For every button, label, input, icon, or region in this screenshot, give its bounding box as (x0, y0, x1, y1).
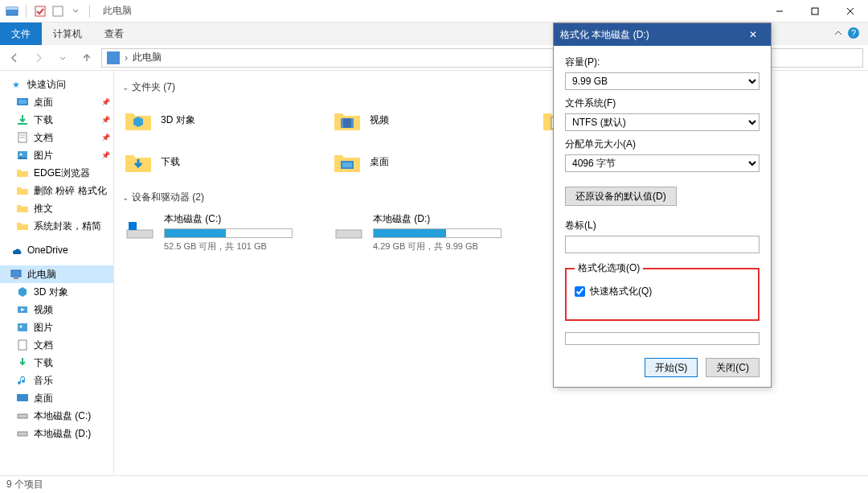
desktop-icon (16, 96, 29, 109)
drive-icon (333, 212, 365, 241)
sidebar-edge[interactable]: EDGE浏览器 (0, 164, 113, 182)
drive-c-usage-bar (164, 228, 293, 238)
svg-rect-34 (129, 222, 137, 230)
dialog-close-button[interactable]: ✕ (742, 29, 764, 40)
status-item-count: 9 个项目 (6, 478, 43, 491)
sidebar-tweet[interactable]: 推文 (0, 199, 113, 217)
close-button[interactable] (833, 0, 868, 23)
svg-rect-16 (11, 270, 21, 277)
sidebar-downloads2[interactable]: 下载 (0, 354, 113, 372)
svg-rect-33 (127, 230, 153, 238)
svg-rect-24 (18, 432, 27, 436)
help-icon[interactable]: ? (847, 27, 860, 42)
window-title: 此电脑 (103, 4, 132, 18)
location-icon (107, 51, 120, 64)
drive-c-label: 本地磁盘 (C:) (164, 212, 313, 226)
star-icon: ★ (10, 78, 23, 91)
svg-rect-5 (812, 8, 818, 14)
sidebar-desktop2[interactable]: 桌面 (0, 389, 113, 407)
qat-checkbox-icon[interactable] (33, 4, 47, 18)
qat-overflow-icon[interactable] (68, 4, 83, 18)
cube-folder-icon (124, 105, 153, 134)
nav-up-button[interactable] (77, 48, 96, 68)
sidebar-documents2[interactable]: 文档 (0, 336, 113, 354)
allocation-select[interactable]: 4096 字节 (565, 154, 760, 172)
pin-icon: 📌 (101, 134, 113, 142)
folder-downloads[interactable]: 下载 (122, 142, 315, 181)
nav-history-dropdown[interactable] (53, 48, 72, 68)
pin-icon: 📌 (101, 116, 113, 124)
drive-c[interactable]: 本地磁盘 (C:) 52.5 GB 可用，共 101 GB (122, 211, 315, 254)
svg-rect-9 (18, 100, 27, 104)
window-titlebar: 此电脑 (0, 0, 868, 23)
svg-rect-23 (18, 414, 27, 418)
svg-rect-21 (18, 340, 27, 350)
quick-format-checkbox[interactable] (575, 286, 585, 297)
pictures-icon (16, 321, 29, 334)
sidebar-drive-d[interactable]: 本地磁盘 (D:) (0, 425, 113, 442)
close-button[interactable]: 关闭(C) (706, 358, 760, 377)
sidebar-videos[interactable]: 视频 (0, 301, 113, 318)
folder-videos[interactable]: 视频 (331, 101, 524, 139)
caret-down-icon: ⌄ (122, 83, 129, 92)
sidebar-this-pc[interactable]: 此电脑 (0, 265, 113, 283)
pictures-icon (16, 149, 29, 162)
sidebar-documents[interactable]: 文档📌 (0, 129, 113, 146)
sidebar-onedrive[interactable]: OneDrive (0, 241, 113, 259)
folder-3d-objects[interactable]: 3D 对象 (122, 101, 315, 139)
capacity-label: 容量(P): (565, 55, 760, 69)
drive-c-usage-text: 52.5 GB 可用，共 101 GB (164, 240, 313, 253)
folder-icon (16, 202, 29, 215)
folder-icon (16, 166, 29, 179)
nav-back-button[interactable] (5, 48, 24, 68)
sidebar-desktop[interactable]: 桌面📌 (0, 93, 113, 111)
drive-icon (16, 409, 29, 422)
tab-computer[interactable]: 计算机 (42, 23, 93, 45)
sidebar-shred[interactable]: 删除 粉碎 格式化 (0, 182, 113, 199)
nav-forward-button[interactable] (29, 48, 48, 68)
ribbon-collapse-icon[interactable] (834, 28, 842, 39)
start-button[interactable]: 开始(S) (645, 358, 698, 377)
svg-rect-10 (18, 123, 27, 125)
format-dialog: 格式化 本地磁盘 (D:) ✕ 容量(P): 9.99 GB 文件系统(F) N… (553, 23, 772, 388)
sidebar: ★快速访问 桌面📌 下载📌 文档📌 图片📌 EDGE浏览器 删除 粉碎 格式化 … (0, 71, 114, 475)
svg-rect-2 (35, 6, 45, 16)
svg-text:?: ? (851, 28, 856, 38)
pin-icon: 📌 (101, 151, 113, 159)
drive-icon (124, 212, 156, 241)
desktop-folder-icon (333, 147, 362, 176)
sidebar-drive-c[interactable]: 本地磁盘 (C:) (0, 407, 113, 425)
svg-rect-19 (18, 323, 27, 331)
svg-rect-1 (6, 7, 18, 10)
breadcrumb-chevron-icon: › (125, 52, 128, 64)
dialog-titlebar[interactable]: 格式化 本地磁盘 (D:) ✕ (554, 23, 771, 46)
svg-rect-3 (53, 6, 63, 16)
sidebar-pictures2[interactable]: 图片 (0, 318, 113, 336)
tab-file[interactable]: 文件 (0, 23, 42, 45)
dialog-title: 格式化 本地磁盘 (D:) (560, 28, 649, 42)
volume-input[interactable] (565, 236, 760, 253)
cube-icon (16, 286, 29, 298)
sidebar-3d-objects[interactable]: 3D 对象 (0, 283, 113, 301)
sidebar-pictures[interactable]: 图片📌 (0, 146, 113, 164)
drive-d[interactable]: 本地磁盘 (D:) 4.29 GB 可用，共 9.99 GB (331, 211, 524, 254)
sidebar-downloads[interactable]: 下载📌 (0, 111, 113, 129)
format-progress-bar (565, 332, 760, 345)
document-icon (16, 131, 29, 144)
restore-defaults-button[interactable]: 还原设备的默认值(D) (565, 187, 677, 206)
folder-desktop[interactable]: 桌面 (331, 142, 524, 181)
svg-point-20 (20, 326, 23, 328)
status-bar: 9 个项目 (0, 475, 868, 493)
breadcrumb[interactable]: 此电脑 (133, 51, 162, 64)
sidebar-music[interactable]: 音乐 (0, 372, 113, 389)
filesystem-select[interactable]: NTFS (默认) (565, 113, 760, 131)
svg-rect-32 (342, 162, 352, 167)
sidebar-quick-access[interactable]: ★快速访问 (0, 76, 113, 93)
download-folder-icon (124, 147, 153, 176)
sidebar-sysinstall[interactable]: 系统封装，精简 (0, 217, 113, 235)
tab-view[interactable]: 查看 (93, 23, 135, 45)
qat-dropdown-icon[interactable] (51, 4, 65, 18)
capacity-select[interactable]: 9.99 GB (565, 72, 760, 90)
maximize-button[interactable] (797, 0, 833, 23)
minimize-button[interactable] (762, 0, 797, 23)
